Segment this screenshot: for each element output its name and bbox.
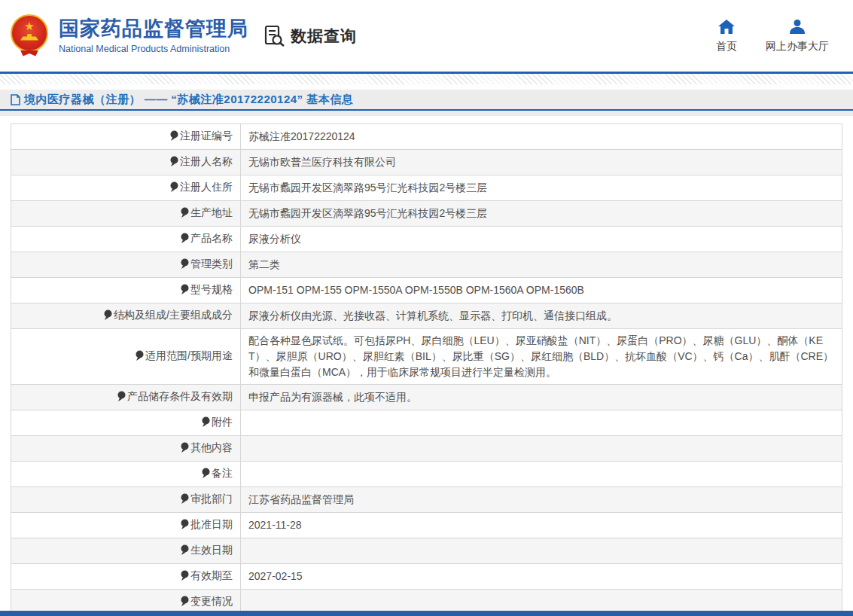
data-query-label: 数据查询 <box>291 26 357 47</box>
row-value-cell <box>241 410 842 436</box>
table-row: 产品名称 尿液分析仪 <box>11 227 842 252</box>
note-pin-icon <box>181 441 189 457</box>
row-value-cell: 尿液分析仪 <box>241 227 842 252</box>
row-label: 有效期至 <box>190 569 233 581</box>
row-label-cell: 备注 <box>11 462 241 487</box>
table-row: 附件 <box>11 410 842 436</box>
spacer <box>0 84 853 90</box>
row-value-cell: 申报产品为有源器械，此项不适用。 <box>241 385 842 410</box>
row-label-cell: 型号规格 <box>11 278 241 303</box>
note-pin-icon <box>136 349 144 365</box>
row-label: 审批部门 <box>190 492 233 505</box>
table-row: 结构及组成/主要组成成分 尿液分析仪由光源、光接收器、计算机系统、显示器、打印机… <box>11 303 842 329</box>
star-icon: ★ <box>24 20 34 32</box>
row-value-cell: 江苏省药品监督管理局 <box>241 487 842 513</box>
note-pin-icon <box>202 416 210 432</box>
org-title-zh: 国家药品监督管理局 <box>59 17 248 41</box>
row-label: 注册人住所 <box>180 181 233 193</box>
row-label: 注册人名称 <box>180 155 233 167</box>
breadcrumb: 境内医疗器械（注册） —— “苏械注准20172220124” 基本信息 <box>0 90 853 111</box>
row-label: 产品名称 <box>190 232 233 244</box>
note-pin-icon <box>117 390 126 406</box>
row-label: 注册证编号 <box>180 130 233 142</box>
nav-item-service-hall[interactable]: 网上办事大厅 <box>766 19 829 53</box>
row-label-cell: 产品储存条件及有效期 <box>11 385 241 410</box>
page-header: ★ 国家药品监督管理局 National Medical Products Ad… <box>0 0 853 72</box>
row-label: 管理类别 <box>190 258 233 270</box>
document-search-icon <box>264 25 286 47</box>
gate-icon <box>20 34 38 41</box>
table-row: 有效期至 2027-02-15 <box>11 564 842 590</box>
note-pin-icon <box>181 595 189 611</box>
row-label: 生产地址 <box>190 206 233 218</box>
row-label: 生效日期 <box>190 544 233 556</box>
table-row: 适用范围/预期用途 配合各种显色尿试纸。可包括尿PH、尿白细胞（LEU）、尿亚硝… <box>11 329 842 385</box>
note-pin-icon <box>181 258 189 273</box>
nav-home-label: 首页 <box>716 40 737 53</box>
row-label-cell: 生产地址 <box>11 201 241 227</box>
row-value-cell <box>241 538 842 564</box>
nav-service-hall-label: 网上办事大厅 <box>766 40 829 53</box>
note-pin-icon <box>181 206 189 222</box>
row-label-cell: 生效日期 <box>11 538 241 564</box>
note-pin-icon <box>104 309 112 325</box>
table-body: 注册证编号 苏械注准20172220124 注册人名称 无锡市欧普兰医疗科技有限… <box>11 124 842 616</box>
row-label: 备注 <box>212 467 233 479</box>
table-row: 审批部门 江苏省药品监督管理局 <box>11 487 842 513</box>
row-value-cell <box>241 462 842 487</box>
row-value-cell: 无锡市蠡园开发区滴翠路95号汇光科技园2号楼三层 <box>241 175 842 201</box>
row-label-cell: 注册人住所 <box>11 175 241 201</box>
row-label-cell: 其他内容 <box>11 436 241 462</box>
org-title-en: National Medical Products Administration <box>59 44 248 54</box>
row-label: 型号规格 <box>190 283 233 295</box>
note-pin-icon <box>181 283 189 299</box>
row-label-cell: 注册证编号 <box>11 124 241 150</box>
table-row: 备注 <box>11 462 842 487</box>
row-label-cell: 批准日期 <box>11 513 241 538</box>
stripe-band <box>0 74 853 84</box>
row-value-cell: OPM-151 OPM-155 OPM-1550A OPM-1550B OPM-… <box>241 278 842 303</box>
breadcrumb-text: 境内医疗器械（注册） —— “苏械注准20172220124” 基本信息 <box>24 93 353 107</box>
note-pin-icon <box>181 232 189 248</box>
org-title-block: 国家药品监督管理局 National Medical Products Admi… <box>59 17 248 53</box>
row-value-cell <box>241 436 842 462</box>
table-row: 管理类别 第二类 <box>11 252 842 278</box>
national-emblem-logo: ★ <box>11 14 48 58</box>
table-row: 型号规格 OPM-151 OPM-155 OPM-1550A OPM-1550B… <box>11 278 842 303</box>
row-label-cell: 审批部门 <box>11 487 241 513</box>
document-icon <box>11 94 20 105</box>
home-icon <box>718 19 735 34</box>
note-pin-icon <box>181 492 189 508</box>
row-label: 产品储存条件及有效期 <box>127 390 233 402</box>
row-label: 适用范围/预期用途 <box>145 349 233 361</box>
table-row: 生产地址 无锡市蠡园开发区滴翠路95号汇光科技园2号楼三层 <box>11 201 842 227</box>
note-pin-icon <box>181 518 189 534</box>
user-icon <box>790 19 805 34</box>
nav-item-home[interactable]: 首页 <box>716 19 737 53</box>
table-row: 批准日期 2021-11-28 <box>11 513 842 538</box>
note-pin-icon <box>202 467 210 483</box>
row-label-cell: 有效期至 <box>11 564 241 590</box>
row-value-cell: 无锡市蠡园开发区滴翠路95号汇光科技园2号楼三层 <box>241 201 842 227</box>
note-pin-icon <box>181 544 189 560</box>
data-query-section[interactable]: 数据查询 <box>264 25 357 47</box>
row-value-cell: 2021-11-28 <box>241 513 842 538</box>
row-label: 变更情况 <box>190 595 233 607</box>
note-pin-icon <box>170 181 178 197</box>
row-value-cell: 苏械注准20172220124 <box>241 124 842 150</box>
row-value-cell: 尿液分析仪由光源、光接收器、计算机系统、显示器、打印机、通信接口组成。 <box>241 303 842 329</box>
row-label-cell: 适用范围/预期用途 <box>11 329 241 385</box>
row-value-cell: 2027-02-15 <box>241 564 842 590</box>
table-row: 注册人名称 无锡市欧普兰医疗科技有限公司 <box>11 150 842 175</box>
row-label-cell: 管理类别 <box>11 252 241 278</box>
row-label: 附件 <box>212 416 233 428</box>
note-pin-icon <box>181 569 189 585</box>
row-label-cell: 注册人名称 <box>11 150 241 175</box>
row-value-cell: 配合各种显色尿试纸。可包括尿PH、尿白细胞（LEU）、尿亚硝酸盐（NIT）、尿蛋… <box>241 329 842 385</box>
breadcrumb-band: 境内医疗器械（注册） —— “苏械注准20172220124” 基本信息 <box>0 90 853 116</box>
note-pin-icon <box>170 130 178 145</box>
table-row: 其他内容 <box>11 436 842 462</box>
row-label: 其他内容 <box>190 441 233 453</box>
row-value-cell: 无锡市欧普兰医疗科技有限公司 <box>241 150 842 175</box>
footer-band <box>0 611 853 616</box>
